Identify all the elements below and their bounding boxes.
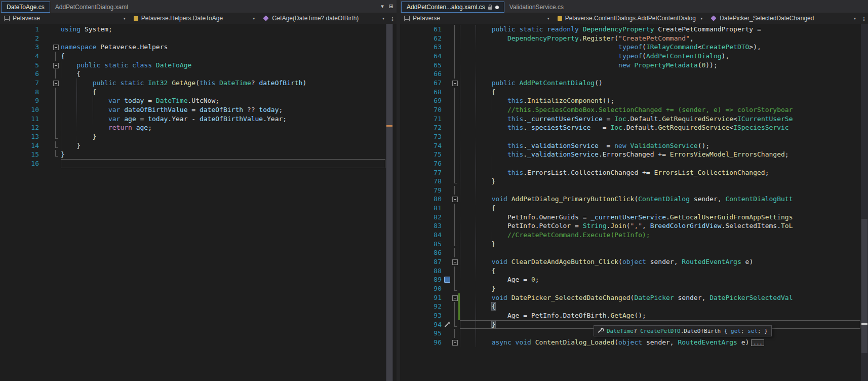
line-number[interactable]: 76 xyxy=(400,159,442,168)
type-dropdown[interactable]: Petaverse.Helpers.DateToAge ▾ xyxy=(130,13,259,24)
code-text[interactable] xyxy=(61,159,386,168)
line-number[interactable]: 91 xyxy=(400,293,442,302)
code-text[interactable]: void AddPetDialog_PrimaryButtonClick(Con… xyxy=(460,195,861,204)
line-number[interactable]: 96 xyxy=(400,338,442,347)
quick-actions-screwdriver-icon[interactable] xyxy=(444,321,450,328)
line-number[interactable]: 8 xyxy=(0,88,39,97)
code-text[interactable]: Age = PetInfo.DateOfBirth.GetAge(); xyxy=(460,311,861,320)
split-editor-icon[interactable]: ↨ xyxy=(860,13,868,24)
code-text[interactable]: } xyxy=(460,284,861,293)
code-line-1[interactable]: 1using System; xyxy=(0,25,386,34)
line-number[interactable]: 9 xyxy=(0,96,39,105)
code-line-89[interactable]: 89 Age = 0; xyxy=(400,275,861,284)
line-number[interactable]: 64 xyxy=(400,52,442,61)
code-text[interactable] xyxy=(460,159,861,168)
code-text[interactable]: { xyxy=(460,88,861,97)
line-number[interactable]: 84 xyxy=(400,231,442,240)
fold-collapse-icon[interactable] xyxy=(452,81,458,86)
bookmark-icon[interactable] xyxy=(444,277,450,283)
line-number[interactable]: 79 xyxy=(400,186,442,195)
code-text[interactable]: typeof(IRelayCommand<CreatePetDTO>), xyxy=(460,43,861,52)
code-line-65[interactable]: 65 new PropertyMetadata(0)); xyxy=(400,61,861,70)
code-line-75[interactable]: 75 this._validationService.ErrorsChanged… xyxy=(400,150,861,159)
code-line-76[interactable]: 76 xyxy=(400,159,861,168)
line-number[interactable]: 69 xyxy=(400,96,442,105)
code-editor-left[interactable]: 1using System;23namespace Petaverse.Help… xyxy=(0,24,397,381)
code-line-11[interactable]: 11 var age = today.Year - dateOfBirthVal… xyxy=(0,115,386,124)
code-line-15[interactable]: 15} xyxy=(0,150,386,159)
line-number[interactable]: 86 xyxy=(400,248,442,257)
code-line-79[interactable]: 79 xyxy=(400,186,861,195)
line-number[interactable]: 16 xyxy=(0,159,39,168)
line-number[interactable]: 87 xyxy=(400,257,442,266)
code-line-73[interactable]: 73 xyxy=(400,132,861,141)
tab-addpetconten-alog-xaml-cs[interactable]: AddPetConten...alog.xaml.cs xyxy=(401,2,504,13)
code-text[interactable]: PetInfo.PetColor = String.Join(",", Bree… xyxy=(460,221,861,231)
line-number[interactable]: 72 xyxy=(400,123,442,132)
code-line-71[interactable]: 71 this._currentUserService = Ioc.Defaul… xyxy=(400,115,861,124)
line-number[interactable]: 78 xyxy=(400,177,442,186)
code-line-82[interactable]: 82 PetInfo.OwnerGuids = _currentUserServ… xyxy=(400,213,861,222)
line-number[interactable]: 82 xyxy=(400,213,442,222)
scrollbar-thumb[interactable] xyxy=(861,219,867,353)
code-text[interactable]: return age; xyxy=(61,123,386,132)
code-line-74[interactable]: 74 this._validationService = new Validat… xyxy=(400,141,861,150)
code-text[interactable]: typeof(AddPetContentDialog), xyxy=(460,52,861,61)
code-line-12[interactable]: 12 return age; xyxy=(0,123,386,132)
code-text[interactable]: { xyxy=(460,266,861,276)
code-line-80[interactable]: 80 void AddPetDialog_PrimaryButtonClick(… xyxy=(400,195,861,204)
line-number[interactable]: 13 xyxy=(0,132,39,141)
line-number[interactable]: 63 xyxy=(400,43,442,52)
line-number[interactable]: 73 xyxy=(400,132,442,141)
code-text[interactable]: } xyxy=(61,132,386,141)
line-number[interactable]: 6 xyxy=(0,69,39,79)
line-number[interactable]: 1 xyxy=(0,25,39,34)
code-text[interactable]: void DatePicker_SelectedDateChanged(Date… xyxy=(460,293,861,302)
code-text[interactable]: { xyxy=(460,204,861,213)
tab-list-chevron-icon[interactable]: ▾ xyxy=(381,3,384,10)
line-number[interactable]: 88 xyxy=(400,266,442,276)
line-number[interactable]: 68 xyxy=(400,88,442,97)
line-number[interactable]: 92 xyxy=(400,302,442,311)
code-text[interactable]: { xyxy=(61,69,386,79)
line-number[interactable]: 81 xyxy=(400,204,442,213)
pane-splitter[interactable] xyxy=(397,0,400,381)
code-line-78[interactable]: 78 } xyxy=(400,177,861,186)
line-number[interactable]: 12 xyxy=(0,123,39,132)
code-line-70[interactable]: 70 //this.SpeciesComboBox.SelectionChang… xyxy=(400,105,861,115)
code-text[interactable]: } xyxy=(460,240,861,249)
code-text[interactable]: async void ContentDialog_Loaded(object s… xyxy=(460,338,861,347)
code-text[interactable] xyxy=(460,248,861,257)
code-line-64[interactable]: 64 typeof(AddPetContentDialog), xyxy=(400,52,861,61)
code-line-72[interactable]: 72 this._speciestService = Ioc.Default.G… xyxy=(400,123,861,132)
code-text[interactable]: { xyxy=(61,52,386,61)
fold-collapse-icon[interactable] xyxy=(452,197,458,202)
code-line-63[interactable]: 63 typeof(IRelayCommand<CreatePetDTO>), xyxy=(400,43,861,52)
split-editor-icon[interactable]: ↨ xyxy=(388,13,397,24)
code-text[interactable]: public static Int32 GetAge(this DateTime… xyxy=(61,79,386,88)
line-number[interactable]: 80 xyxy=(400,195,442,204)
code-text[interactable]: this._validationService = new Validation… xyxy=(460,141,861,150)
line-number[interactable]: 3 xyxy=(0,43,39,52)
vertical-scrollbar-right[interactable] xyxy=(861,24,868,381)
code-text[interactable] xyxy=(61,34,386,43)
code-line-13[interactable]: 13 } xyxy=(0,132,386,141)
line-number[interactable]: 95 xyxy=(400,329,442,338)
code-line-8[interactable]: 8 { xyxy=(0,88,386,97)
code-line-61[interactable]: 61 public static readonly DependencyProp… xyxy=(400,25,861,34)
code-line-4[interactable]: 4{ xyxy=(0,52,386,61)
fold-collapse-icon[interactable] xyxy=(452,340,458,346)
code-line-62[interactable]: 62 DependencyProperty.Register("CreatePe… xyxy=(400,34,861,43)
fold-collapse-icon[interactable] xyxy=(452,295,458,301)
code-line-90[interactable]: 90 } xyxy=(400,284,861,293)
fold-collapse-icon[interactable] xyxy=(53,45,59,50)
code-line-93[interactable]: 93 Age = PetInfo.DateOfBirth.GetAge(); xyxy=(400,311,861,320)
code-text[interactable]: PetInfo.OwnerGuids = _currentUserService… xyxy=(460,213,861,222)
fold-collapse-icon[interactable] xyxy=(53,63,59,68)
line-number[interactable]: 75 xyxy=(400,150,442,159)
fold-collapse-icon[interactable] xyxy=(452,259,458,265)
line-number[interactable]: 89 xyxy=(400,275,442,284)
code-text[interactable]: //this.SpeciesComboBox.SelectionChanged … xyxy=(460,105,861,115)
code-line-77[interactable]: 77 this.ErrorsList.CollectionChanged += … xyxy=(400,168,861,177)
tab-addpetcontentdialog-xaml[interactable]: AddPetContentDialog.xaml xyxy=(50,2,133,13)
